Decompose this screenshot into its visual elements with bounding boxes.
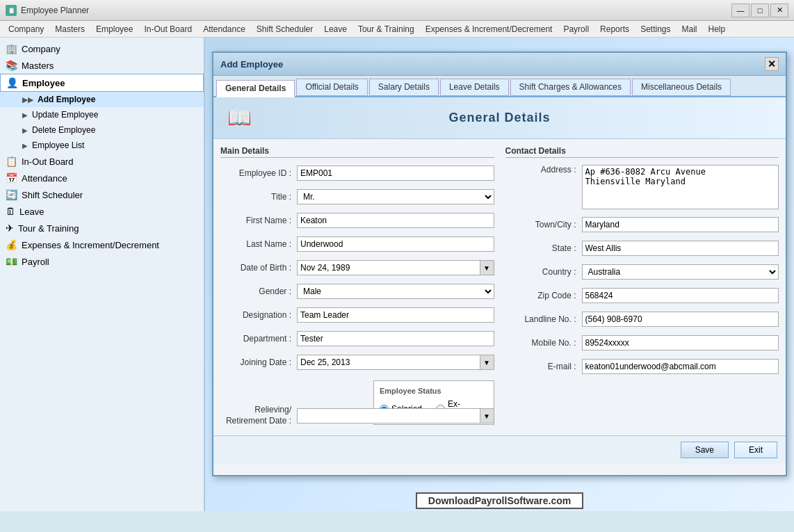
- sidebar-item-company[interactable]: 🏢 Company: [0, 40, 204, 57]
- joining-date-calendar-button[interactable]: ▼: [480, 355, 494, 370]
- arrow-icon-update: ▶: [22, 111, 28, 119]
- sidebar-item-expenses[interactable]: 💰 Expenses & Increment/Decrement: [0, 236, 204, 253]
- tab-salary-details[interactable]: Salary Details: [369, 79, 439, 96]
- menu-item-mail[interactable]: Mail: [676, 21, 702, 37]
- title-bar: 📋 Employee Planner — □ ✕: [0, 0, 794, 21]
- expenses-icon: 💰: [6, 239, 17, 250]
- last-name-input[interactable]: [297, 236, 494, 252]
- state-input[interactable]: [582, 241, 779, 256]
- tab-official-details[interactable]: Official Details: [296, 79, 367, 96]
- title-select[interactable]: Mr. Mrs. Ms. Dr.: [297, 189, 494, 204]
- dob-calendar-button[interactable]: ▼: [480, 260, 494, 275]
- designation-label: Designation :: [220, 310, 297, 320]
- mobile-row: Mobile No. :: [505, 334, 779, 351]
- sidebar-item-update-employee[interactable]: ▶ Update Employee: [0, 107, 204, 122]
- dialog-title-bar: Add Employee ✕: [213, 53, 786, 76]
- sidebar-item-in-out-board[interactable]: 📋 In-Out Board: [0, 153, 204, 170]
- menu-item-help[interactable]: Help: [703, 21, 731, 37]
- dob-input[interactable]: [297, 260, 480, 275]
- relieving-date-wrapper: ▼: [297, 408, 494, 424]
- dialog-body: Main Details Employee ID : Title : Mr. M…: [213, 139, 786, 435]
- sidebar-item-attendance[interactable]: 📅 Attendance: [0, 170, 204, 186]
- sidebar-item-employee[interactable]: 👤 Employee: [0, 74, 204, 92]
- email-label: E-mail :: [505, 362, 582, 371]
- menu-item-company[interactable]: Company: [3, 21, 49, 37]
- designation-input[interactable]: [297, 307, 494, 323]
- email-row: E-mail :: [505, 358, 779, 375]
- joining-date-label: Joining Date :: [220, 357, 297, 367]
- town-city-row: Town/City :: [505, 216, 779, 233]
- address-textarea[interactable]: Ap #636-8082 Arcu Avenue Thiensville Mar…: [582, 165, 779, 209]
- menu-item-attendance[interactable]: Attendance: [197, 21, 251, 37]
- bottom-bar: DownloadPayrollSoftware.com: [205, 490, 794, 511]
- sidebar-item-add-employee[interactable]: ▶▶ Add Employee: [0, 92, 204, 107]
- sidebar-item-tour-training[interactable]: ✈ Tour & Training: [0, 220, 204, 236]
- employee-icon: 👤: [6, 77, 18, 88]
- company-icon: 🏢: [6, 43, 17, 54]
- relieving-date-label: Relieving/Retirement Date :: [220, 405, 297, 426]
- relieving-date-calendar-button[interactable]: ▼: [480, 408, 494, 424]
- menu-item-settings[interactable]: Settings: [635, 21, 676, 37]
- dialog-header: 📖 General Details: [213, 97, 786, 139]
- town-city-label: Town/City :: [505, 220, 582, 229]
- country-row: Country : Australia USA UK Canada: [505, 264, 779, 280]
- tab-leave-details[interactable]: Leave Details: [440, 79, 509, 96]
- country-select[interactable]: Australia USA UK Canada: [582, 264, 779, 280]
- menu-item-payroll[interactable]: Payroll: [558, 21, 594, 37]
- gender-row: Gender : Male Female Other: [220, 283, 494, 300]
- address-label: Address :: [505, 165, 582, 175]
- sidebar-item-delete-employee[interactable]: ▶ Delete Employee: [0, 122, 204, 138]
- menu-bar: CompanyMastersEmployeeIn-Out BoardAttend…: [0, 21, 794, 38]
- sidebar-item-masters[interactable]: 📚 Masters: [0, 57, 204, 74]
- joining-date-input[interactable]: [297, 355, 480, 370]
- book-icon: 📖: [227, 106, 252, 129]
- department-row: Department :: [220, 330, 494, 347]
- menu-item-leave[interactable]: Leave: [318, 21, 353, 37]
- relieving-date-input[interactable]: [297, 408, 480, 424]
- menu-item-expenses-&-increment/decrement[interactable]: Expenses & Increment/Decrement: [420, 21, 558, 37]
- menu-item-in-out-board[interactable]: In-Out Board: [138, 21, 197, 37]
- leave-icon: 🗓: [6, 206, 15, 217]
- menu-item-employee[interactable]: Employee: [90, 21, 138, 37]
- email-input[interactable]: [582, 359, 779, 374]
- relieving-date-row: Relieving/Retirement Date : ▼: [220, 408, 494, 424]
- first-name-row: First Name :: [220, 212, 494, 229]
- tab-miscellaneous[interactable]: Miscellaneous Details: [632, 79, 731, 96]
- department-input[interactable]: [297, 331, 494, 346]
- mobile-input[interactable]: [582, 335, 779, 350]
- menu-item-tour-&-training[interactable]: Tour & Training: [353, 21, 420, 37]
- landline-input[interactable]: [582, 312, 779, 327]
- save-button[interactable]: Save: [681, 442, 729, 458]
- gender-select[interactable]: Male Female Other: [297, 284, 494, 299]
- menu-item-reports[interactable]: Reports: [594, 21, 635, 37]
- watermark: DownloadPayrollSoftware.com: [416, 492, 583, 509]
- sidebar-item-employee-list[interactable]: ▶ Employee List: [0, 138, 204, 153]
- employee-id-input[interactable]: [297, 166, 494, 181]
- dialog-footer: Save Exit: [213, 435, 786, 464]
- tab-general-details[interactable]: General Details: [216, 80, 295, 97]
- sidebar-item-shift-scheduler[interactable]: 🔄 Shift Scheduler: [0, 186, 204, 203]
- town-city-input[interactable]: [582, 217, 779, 232]
- window-close-button[interactable]: ✕: [770, 3, 788, 17]
- exit-button[interactable]: Exit: [734, 442, 777, 458]
- sidebar-item-payroll[interactable]: 💵 Payroll: [0, 253, 204, 270]
- first-name-input[interactable]: [297, 213, 494, 228]
- menu-item-shift-scheduler[interactable]: Shift Scheduler: [251, 21, 318, 37]
- zip-code-input[interactable]: [582, 288, 779, 303]
- dialog-content: 📖 General Details Main Details Employee …: [213, 97, 786, 464]
- title-row: Title : Mr. Mrs. Ms. Dr.: [220, 188, 494, 205]
- gender-label: Gender :: [220, 287, 297, 296]
- minimize-button[interactable]: —: [731, 3, 750, 17]
- dialog-close-button[interactable]: ✕: [765, 57, 779, 71]
- landline-row: Landline No. :: [505, 311, 779, 328]
- tab-shift-charges[interactable]: Shift Charges & Allowances: [510, 79, 631, 96]
- shift-icon: 🔄: [6, 189, 17, 200]
- maximize-button[interactable]: □: [751, 3, 769, 17]
- joining-date-row: Joining Date : ▼: [220, 354, 494, 371]
- sidebar: 🏢 Company 📚 Masters 👤 Employee ▶▶ Add Em…: [0, 38, 205, 511]
- content-area: Add Employee ✕ General Details Official …: [205, 38, 794, 511]
- sidebar-item-leave[interactable]: 🗓 Leave: [0, 203, 204, 220]
- app-title: Employee Planner: [21, 6, 89, 15]
- menu-item-masters[interactable]: Masters: [49, 21, 90, 37]
- dialog-tabs: General Details Official Details Salary …: [213, 76, 786, 97]
